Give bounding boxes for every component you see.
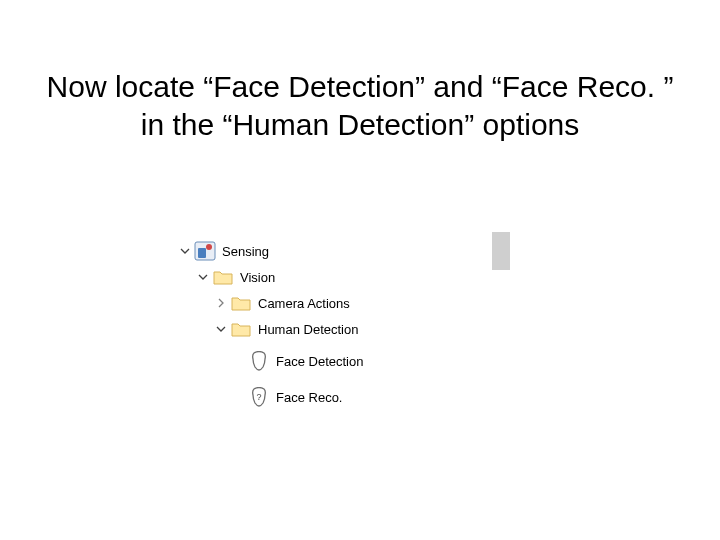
tree-item-face-detection[interactable]: Face Detection: [178, 348, 363, 374]
tree-item-label: Sensing: [220, 244, 269, 259]
chevron-down-icon[interactable]: [196, 270, 210, 284]
tree-item-label: Human Detection: [256, 322, 358, 337]
face-reco-icon: ?: [248, 386, 270, 408]
instruction-title-text: Now locate “Face Detection” and “Face Re…: [47, 70, 674, 141]
tree-item-label: Camera Actions: [256, 296, 350, 311]
scrollbar-vertical[interactable]: [492, 232, 510, 482]
tree-item-sensing[interactable]: Sensing: [178, 238, 363, 264]
tree-item-face-reco[interactable]: ? Face Reco.: [178, 384, 363, 410]
tree: Sensing Vision: [178, 238, 363, 410]
tree-item-human-detection[interactable]: Human Detection: [178, 316, 363, 342]
instruction-title: Now locate “Face Detection” and “Face Re…: [40, 68, 680, 143]
tree-item-camera-actions[interactable]: Camera Actions: [178, 290, 363, 316]
chevron-down-icon[interactable]: [178, 244, 192, 258]
svg-point-2: [206, 244, 212, 250]
scrollbar-thumb[interactable]: [492, 232, 510, 270]
tree-item-label: Vision: [238, 270, 275, 285]
sensing-icon: [194, 240, 216, 262]
face-detection-icon: [248, 350, 270, 372]
svg-rect-1: [198, 248, 206, 258]
svg-text:?: ?: [256, 392, 261, 402]
chevron-right-icon[interactable]: [214, 296, 228, 310]
tree-item-label: Face Reco.: [274, 390, 342, 405]
folder-icon: [230, 292, 252, 314]
tree-item-vision[interactable]: Vision: [178, 264, 363, 290]
folder-icon: [230, 318, 252, 340]
tree-panel: Sensing Vision: [158, 232, 510, 482]
chevron-down-icon[interactable]: [214, 322, 228, 336]
tree-item-label: Face Detection: [274, 354, 363, 369]
folder-icon: [212, 266, 234, 288]
